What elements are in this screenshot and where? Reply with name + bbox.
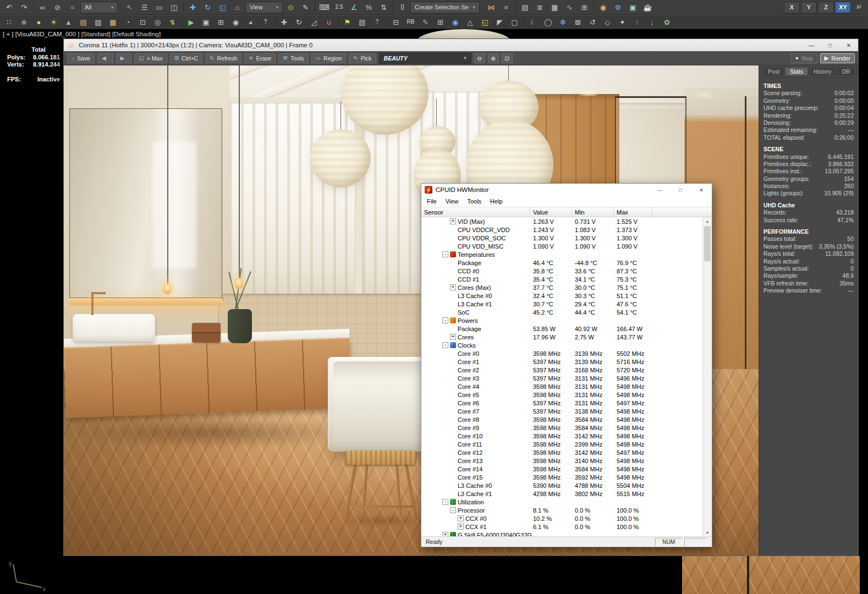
sensor-row[interactable]: L3 Cache #1 30.7 °C 29.4 °C 47.6 °C — [421, 300, 702, 308]
toolbar-spacer[interactable] — [656, 2, 783, 13]
sensor-row[interactable]: L3 Cache #1 4298 MHz 3802 MHz 5515 MHz — [421, 490, 702, 498]
toolbar-separator[interactable] — [393, 2, 393, 12]
diamond-icon[interactable]: ◇ — [601, 16, 614, 28]
sensor-row[interactable]: L3 Cache #0 5390 MHz 4788 MHz 5504 MHz — [421, 481, 702, 490]
ribbon-toggle-icon[interactable]: ▦ — [548, 2, 562, 13]
camera-icon[interactable]: ◉ — [229, 16, 243, 28]
corona-titlebar[interactable]: ☺ Corona 11 (Hotfix 1) | 3000×2143px (1:… — [64, 39, 858, 51]
expand-toggle[interactable]: - — [442, 499, 448, 505]
minimize-button[interactable]: — — [802, 39, 821, 51]
sensor-row[interactable]: + CCX #1 6.1 % 0.0 % 100.0 % — [421, 522, 702, 531]
selection-filter-dropdown[interactable]: All — [80, 2, 118, 13]
info-icon[interactable]: ? — [370, 16, 384, 28]
sensor-row[interactable]: + VID (Max) 1.263 V 0.731 V 1.525 V — [421, 217, 702, 226]
bulb-icon[interactable]: ● — [32, 16, 46, 28]
sensor-row[interactable]: L3 Cache #0 32.4 °C 30.3 °C 51.1 °C — [421, 292, 702, 300]
sensor-row[interactable]: SoC 45.2 °C 44.4 °C 54.1 °C — [421, 308, 702, 316]
toolbar-separator[interactable] — [524, 17, 524, 27]
expand-toggle[interactable]: + — [450, 218, 456, 224]
select-and-place-icon[interactable]: ⌂ — [230, 2, 244, 13]
schematic-view-icon[interactable]: ⊞ — [578, 2, 591, 13]
sensor-row[interactable]: Core #3 5397 MHz 3131 MHz 5496 MHz — [421, 374, 702, 382]
cross-icon[interactable]: ✚ — [277, 16, 291, 28]
use-pivot-point-icon[interactable]: ⊙ — [284, 2, 298, 13]
corner-icon[interactable]: ◤ — [493, 16, 507, 28]
tab-post[interactable]: Post — [763, 68, 784, 75]
sensor-row[interactable]: Package 46.4 °C -44.8 °C 76.9 °C — [421, 258, 702, 267]
axis-z-button[interactable]: Z — [818, 2, 834, 13]
reference-coordinate-dropdown[interactable]: View — [245, 2, 283, 13]
zoom-in-button[interactable]: ⊕ — [488, 53, 499, 63]
sensor-row[interactable]: Core #8 3598 MHz 3584 MHz 5498 MHz — [421, 415, 702, 424]
scale-corner-icon[interactable]: ◿ — [307, 16, 321, 28]
expand-toggle[interactable]: - — [442, 317, 448, 323]
percent-snap-icon[interactable]: % — [362, 2, 376, 13]
prev-history-button[interactable]: ◀ — [97, 53, 113, 63]
keyboard-override-icon[interactable]: ⌨ — [317, 2, 331, 13]
select-and-scale-icon[interactable]: ◱ — [216, 2, 229, 13]
timer-icon[interactable]: ◔ — [121, 16, 135, 28]
sun-icon[interactable]: ☀ — [47, 16, 61, 28]
perspective-icon[interactable]: △ — [463, 16, 477, 28]
expand-toggle[interactable]: - — [442, 342, 448, 348]
spot-icon[interactable]: ▲ — [62, 16, 75, 28]
align-icon[interactable]: ≡ — [499, 2, 513, 13]
sensor-row[interactable]: Core #1 5397 MHz 3139 MHz 5716 MHz — [421, 358, 702, 366]
mirror-icon[interactable]: ⋈ — [485, 2, 498, 13]
minimize-button[interactable]: — — [649, 184, 670, 196]
expand-toggle[interactable]: + — [458, 524, 464, 530]
redo-icon[interactable]: ↷ — [17, 2, 31, 13]
scroll-up-icon[interactable]: ▲ — [706, 217, 710, 225]
stop-render-button[interactable]: ■Stop — [791, 53, 817, 63]
railclone-icon[interactable]: RB — [404, 16, 417, 28]
doc-icon[interactable]: ▤ — [76, 16, 90, 28]
globe-icon[interactable]: ◯ — [541, 16, 555, 28]
sensor-row[interactable]: CPU VDDCR_VDD 1.243 V 1.083 V 1.373 V — [421, 226, 702, 234]
material-editor-icon[interactable]: ◉ — [596, 2, 610, 13]
toolbar-separator[interactable] — [482, 2, 482, 12]
select-by-name-icon[interactable]: ☰ — [138, 2, 151, 13]
sensor-row[interactable]: Core #9 3598 MHz 3584 MHz 5498 MHz — [421, 424, 702, 432]
menu-help[interactable]: Help — [486, 198, 507, 205]
note-icon[interactable]: ▧ — [91, 16, 105, 28]
column-sensor[interactable]: Sensor — [421, 207, 530, 217]
select-and-link-icon[interactable]: ∞ — [36, 2, 50, 13]
sensor-row[interactable]: Core #14 3598 MHz 3584 MHz 5498 MHz — [421, 465, 702, 473]
curve-editor-icon[interactable]: ∿ — [563, 2, 576, 13]
copy-button[interactable]: ⊞Ctrl+C — [170, 53, 202, 63]
render-button[interactable]: ▶Render — [820, 53, 855, 63]
toolbar-separator[interactable] — [338, 17, 338, 27]
sensor-row[interactable]: - Clocks — [421, 341, 702, 349]
render-channel-dropdown[interactable]: BEAUTY▾ — [379, 53, 471, 64]
toolbar-separator[interactable] — [386, 17, 387, 27]
toolbar-separator[interactable] — [183, 2, 184, 12]
target-icon[interactable]: ◎ — [151, 16, 164, 28]
maximize-button[interactable]: □ — [670, 184, 691, 196]
sensor-row[interactable]: - Powers — [421, 316, 702, 324]
menu-tools[interactable]: Tools — [463, 198, 486, 205]
sensor-row[interactable]: + CCX #0 10.2 % 0.0 % 100.0 % — [421, 514, 702, 522]
box-icon[interactable]: ⊡ — [136, 16, 150, 28]
select-and-rotate-icon[interactable]: ↻ — [201, 2, 215, 13]
menu-file[interactable]: File — [422, 198, 441, 205]
expand-toggle[interactable]: + — [458, 515, 464, 521]
next-history-button[interactable]: ▶ — [116, 53, 132, 63]
sensor-row[interactable]: - Utilization — [421, 498, 702, 506]
axis-y-button[interactable]: Y — [801, 2, 817, 13]
expand-toggle[interactable]: - — [450, 507, 456, 513]
expand-toggle[interactable]: + — [442, 532, 448, 536]
notes-icon[interactable]: ▤ — [355, 16, 369, 28]
flower-icon[interactable]: ✿ — [660, 16, 674, 28]
pick-button[interactable]: ✎Pick — [349, 53, 376, 63]
maximize-button[interactable]: □ — [821, 39, 839, 51]
tab-history[interactable]: History — [809, 68, 836, 75]
viewport-label[interactable]: [ + ] [VisuAll3D_CAM_000 ] [Standard] [D… — [3, 31, 161, 37]
scrollbar-thumb[interactable] — [704, 226, 711, 261]
sensor-row[interactable]: CPU VDDR_SOC 1.300 V 1.300 V 1.300 V — [421, 234, 702, 242]
window-crossing-icon[interactable]: ◫ — [167, 2, 181, 13]
render-setup-icon[interactable]: ⚙ — [611, 2, 625, 13]
refresh-button[interactable]: ↻Refresh — [205, 53, 241, 63]
expand-toggle[interactable]: + — [450, 334, 456, 340]
sensor-row[interactable]: - Processor 8.1 % 0.0 % 100.0 % — [421, 506, 702, 514]
grid-array-icon[interactable]: ⊞ — [433, 16, 447, 28]
